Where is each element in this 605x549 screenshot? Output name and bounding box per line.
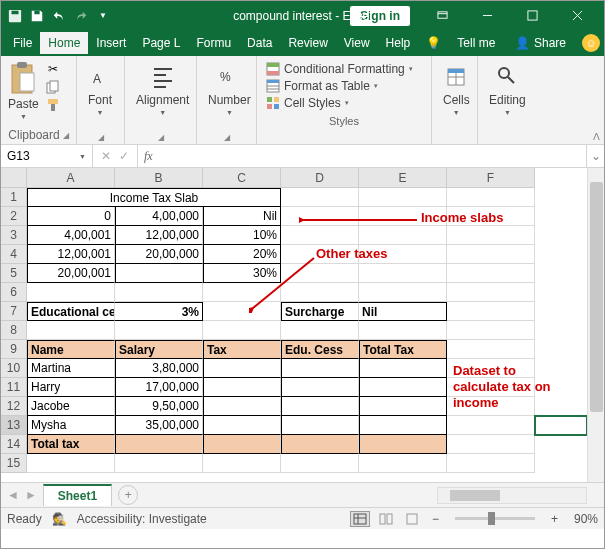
save-icon[interactable] bbox=[27, 6, 47, 26]
cell[interactable]: 3% bbox=[115, 302, 203, 321]
select-all-corner[interactable] bbox=[1, 168, 27, 188]
formula-input[interactable] bbox=[159, 145, 586, 167]
row-header[interactable]: 1 bbox=[1, 188, 27, 207]
cell[interactable]: Edu. Cess bbox=[281, 340, 359, 359]
tab-home[interactable]: Home bbox=[40, 32, 88, 54]
zoom-out-button[interactable]: − bbox=[428, 512, 443, 526]
cell[interactable]: 12,00,000 bbox=[115, 226, 203, 245]
page-break-view-icon[interactable] bbox=[402, 511, 422, 527]
worksheet-grid[interactable]: A B C D E F 123456789101112131415 Income… bbox=[1, 168, 604, 482]
tab-review[interactable]: Review bbox=[280, 32, 335, 54]
cell[interactable]: Harry bbox=[27, 378, 115, 397]
enter-formula-icon[interactable]: ✓ bbox=[119, 149, 129, 163]
zoom-in-button[interactable]: + bbox=[547, 512, 562, 526]
row-header[interactable]: 15 bbox=[1, 454, 27, 473]
cell[interactable]: Total Tax bbox=[359, 340, 447, 359]
cell[interactable]: Mysha bbox=[27, 416, 115, 435]
cell[interactable]: 0 bbox=[27, 207, 115, 226]
name-box[interactable]: G13▼ bbox=[1, 145, 93, 167]
vertical-scrollbar[interactable] bbox=[587, 168, 604, 482]
fx-icon[interactable]: fx bbox=[137, 145, 159, 167]
row-header[interactable]: 5 bbox=[1, 264, 27, 283]
tab-formulas[interactable]: Formu bbox=[188, 32, 239, 54]
col-header-c[interactable]: C bbox=[203, 168, 281, 188]
tell-me[interactable]: Tell me bbox=[449, 32, 503, 54]
maximize-button[interactable] bbox=[510, 1, 555, 30]
cell[interactable]: Income Tax Slab bbox=[27, 188, 281, 207]
cell[interactable]: 9,50,000 bbox=[115, 397, 203, 416]
cell[interactable]: Name bbox=[27, 340, 115, 359]
cell[interactable] bbox=[115, 264, 203, 283]
row-header[interactable]: 12 bbox=[1, 397, 27, 416]
ribbon-options-icon[interactable] bbox=[420, 1, 465, 30]
sign-in-button[interactable]: Sign in bbox=[350, 6, 410, 26]
cell[interactable]: Salary bbox=[115, 340, 203, 359]
tab-nav-next-icon[interactable]: ► bbox=[25, 488, 37, 502]
status-accessibility[interactable]: Accessibility: Investigate bbox=[77, 512, 207, 526]
cells-group-button[interactable]: Cells▼ bbox=[437, 59, 476, 118]
col-header-a[interactable]: A bbox=[27, 168, 115, 188]
tab-file[interactable]: File bbox=[5, 32, 40, 54]
cell-styles-button[interactable]: Cell Styles▾ bbox=[266, 95, 422, 111]
cell[interactable]: 17,00,000 bbox=[115, 378, 203, 397]
row-header[interactable]: 13 bbox=[1, 416, 27, 435]
row-header[interactable]: 11 bbox=[1, 378, 27, 397]
cell[interactable]: 20,00,001 bbox=[27, 264, 115, 283]
cell[interactable]: Nil bbox=[203, 207, 281, 226]
active-cell[interactable] bbox=[535, 416, 587, 435]
number-launcher-icon[interactable]: ◢ bbox=[224, 133, 230, 142]
editing-group-button[interactable]: Editing▼ bbox=[483, 59, 532, 118]
tab-page-layout[interactable]: Page L bbox=[134, 32, 188, 54]
cell[interactable]: 12,00,001 bbox=[27, 245, 115, 264]
font-group-button[interactable]: AFont▼ bbox=[82, 59, 118, 118]
row-header[interactable]: 2 bbox=[1, 207, 27, 226]
copy-icon[interactable] bbox=[44, 79, 62, 95]
cell[interactable]: Tax bbox=[203, 340, 281, 359]
feedback-icon[interactable]: ☺ bbox=[582, 34, 600, 52]
number-group-button[interactable]: %Number▼ bbox=[202, 59, 257, 118]
cell[interactable]: 20,00,000 bbox=[115, 245, 203, 264]
zoom-slider[interactable] bbox=[455, 517, 535, 520]
cell[interactable]: Nil bbox=[359, 302, 447, 321]
row-header[interactable]: 14 bbox=[1, 435, 27, 454]
cell[interactable]: Educational cess bbox=[27, 302, 115, 321]
cell[interactable]: Martina bbox=[27, 359, 115, 378]
font-launcher-icon[interactable]: ◢ bbox=[98, 133, 104, 142]
tab-data[interactable]: Data bbox=[239, 32, 280, 54]
close-button[interactable] bbox=[555, 1, 600, 30]
undo-icon[interactable] bbox=[49, 6, 69, 26]
col-header-b[interactable]: B bbox=[115, 168, 203, 188]
tab-help[interactable]: Help bbox=[378, 32, 419, 54]
row-header[interactable]: 4 bbox=[1, 245, 27, 264]
cut-icon[interactable]: ✂ bbox=[44, 61, 62, 77]
horizontal-scrollbar[interactable] bbox=[437, 487, 587, 504]
col-header-f[interactable]: F bbox=[447, 168, 535, 188]
page-layout-view-icon[interactable] bbox=[376, 511, 396, 527]
cell[interactable]: 3,80,000 bbox=[115, 359, 203, 378]
tab-insert[interactable]: Insert bbox=[88, 32, 134, 54]
paste-button[interactable]: Paste▼ bbox=[6, 59, 41, 122]
conditional-formatting-button[interactable]: Conditional Formatting▾ bbox=[266, 61, 422, 77]
tab-nav-prev-icon[interactable]: ◄ bbox=[7, 488, 19, 502]
cell[interactable]: 4,00,000 bbox=[115, 207, 203, 226]
cell[interactable]: 10% bbox=[203, 226, 281, 245]
format-as-table-button[interactable]: Format as Table▾ bbox=[266, 78, 422, 94]
share-button[interactable]: 👤Share bbox=[507, 36, 574, 50]
collapse-ribbon-icon[interactable]: ᐱ bbox=[593, 131, 600, 142]
zoom-level[interactable]: 90% bbox=[574, 512, 598, 526]
cell[interactable]: Total tax bbox=[27, 435, 115, 454]
qat-customize-icon[interactable]: ▼ bbox=[93, 6, 113, 26]
clipboard-launcher-icon[interactable]: ◢ bbox=[63, 131, 69, 140]
cell[interactable]: 35,00,000 bbox=[115, 416, 203, 435]
cell[interactable]: 30% bbox=[203, 264, 281, 283]
row-header[interactable]: 10 bbox=[1, 359, 27, 378]
row-header[interactable]: 6 bbox=[1, 283, 27, 302]
alignment-group-button[interactable]: Alignment▼ bbox=[130, 59, 195, 118]
cell[interactable]: Jacobe bbox=[27, 397, 115, 416]
cancel-formula-icon[interactable]: ✕ bbox=[101, 149, 111, 163]
col-header-e[interactable]: E bbox=[359, 168, 447, 188]
cell[interactable]: 4,00,001 bbox=[27, 226, 115, 245]
accessibility-icon[interactable]: 🕵 bbox=[52, 512, 67, 526]
row-header[interactable]: 7 bbox=[1, 302, 27, 321]
autosave-icon[interactable] bbox=[5, 6, 25, 26]
